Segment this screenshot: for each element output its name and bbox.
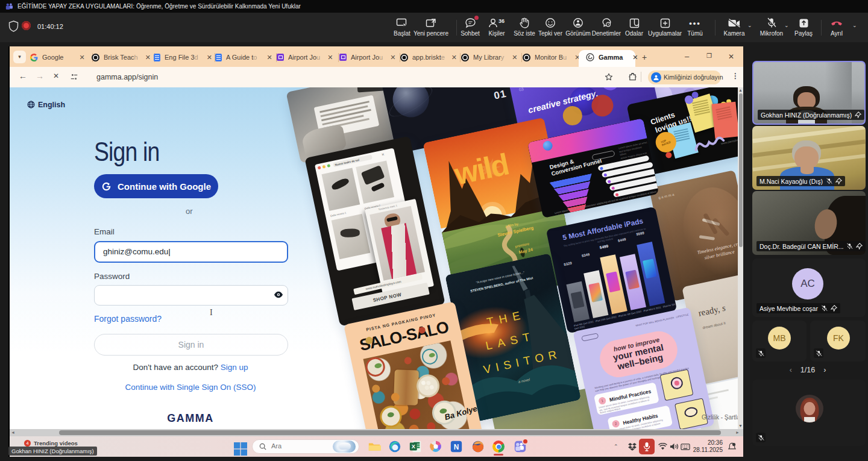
svg-text:36: 36: [498, 18, 505, 24]
svg-text:X: X: [412, 444, 416, 450]
svg-text:N: N: [454, 443, 459, 451]
